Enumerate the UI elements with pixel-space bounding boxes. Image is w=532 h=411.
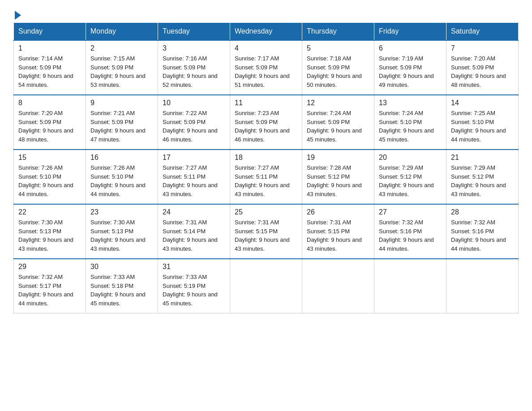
- day-number: 14: [451, 99, 514, 107]
- day-cell-15: 15Sunrise: 7:26 AMSunset: 5:10 PMDayligh…: [14, 150, 86, 204]
- empty-day-cell: [230, 259, 302, 313]
- day-info: Sunrise: 7:20 AMSunset: 5:09 PMDaylight:…: [18, 109, 81, 144]
- day-number: 11: [235, 99, 297, 107]
- day-info: Sunrise: 7:29 AMSunset: 5:12 PMDaylight:…: [379, 163, 442, 198]
- day-info: Sunrise: 7:27 AMSunset: 5:11 PMDaylight:…: [235, 163, 297, 198]
- day-info: Sunrise: 7:33 AMSunset: 5:19 PMDaylight:…: [163, 273, 225, 308]
- day-info: Sunrise: 7:15 AMSunset: 5:09 PMDaylight:…: [90, 54, 153, 89]
- weekday-header-tuesday: Tuesday: [158, 23, 230, 41]
- day-number: 26: [307, 208, 369, 216]
- day-number: 1: [18, 44, 81, 52]
- week-row-3: 15Sunrise: 7:26 AMSunset: 5:10 PMDayligh…: [14, 150, 519, 204]
- logo: [13, 9, 21, 18]
- week-row-5: 29Sunrise: 7:32 AMSunset: 5:17 PMDayligh…: [14, 259, 519, 313]
- day-cell-25: 25Sunrise: 7:31 AMSunset: 5:15 PMDayligh…: [230, 204, 302, 259]
- day-cell-1: 1Sunrise: 7:14 AMSunset: 5:09 PMDaylight…: [14, 40, 86, 95]
- day-number: 28: [451, 208, 514, 216]
- day-cell-8: 8Sunrise: 7:20 AMSunset: 5:09 PMDaylight…: [14, 95, 86, 150]
- day-info: Sunrise: 7:14 AMSunset: 5:09 PMDaylight:…: [18, 54, 81, 89]
- day-number: 20: [379, 154, 442, 162]
- day-cell-14: 14Sunrise: 7:25 AMSunset: 5:10 PMDayligh…: [446, 95, 519, 150]
- day-info: Sunrise: 7:30 AMSunset: 5:13 PMDaylight:…: [90, 218, 153, 253]
- day-info: Sunrise: 7:29 AMSunset: 5:12 PMDaylight:…: [451, 163, 514, 198]
- day-cell-13: 13Sunrise: 7:24 AMSunset: 5:10 PMDayligh…: [374, 95, 446, 150]
- week-row-2: 8Sunrise: 7:20 AMSunset: 5:09 PMDaylight…: [14, 95, 519, 150]
- day-info: Sunrise: 7:20 AMSunset: 5:09 PMDaylight:…: [451, 54, 514, 89]
- day-cell-27: 27Sunrise: 7:32 AMSunset: 5:16 PMDayligh…: [374, 204, 446, 259]
- day-cell-10: 10Sunrise: 7:22 AMSunset: 5:09 PMDayligh…: [158, 95, 230, 150]
- day-cell-6: 6Sunrise: 7:19 AMSunset: 5:09 PMDaylight…: [374, 40, 446, 95]
- weekday-header-thursday: Thursday: [302, 23, 374, 41]
- day-number: 22: [18, 208, 81, 216]
- day-number: 25: [235, 208, 297, 216]
- weekday-header-row: SundayMondayTuesdayWednesdayThursdayFrid…: [14, 23, 519, 41]
- day-info: Sunrise: 7:31 AMSunset: 5:14 PMDaylight:…: [163, 218, 225, 253]
- day-info: Sunrise: 7:23 AMSunset: 5:09 PMDaylight:…: [235, 109, 297, 144]
- day-cell-19: 19Sunrise: 7:28 AMSunset: 5:12 PMDayligh…: [302, 150, 374, 204]
- week-row-1: 1Sunrise: 7:14 AMSunset: 5:09 PMDaylight…: [14, 40, 519, 95]
- day-number: 12: [307, 99, 369, 107]
- day-number: 8: [18, 99, 81, 107]
- day-info: Sunrise: 7:31 AMSunset: 5:15 PMDaylight:…: [307, 218, 369, 253]
- day-info: Sunrise: 7:28 AMSunset: 5:12 PMDaylight:…: [307, 163, 369, 198]
- day-info: Sunrise: 7:26 AMSunset: 5:10 PMDaylight:…: [18, 163, 81, 198]
- day-cell-16: 16Sunrise: 7:26 AMSunset: 5:10 PMDayligh…: [86, 150, 158, 204]
- day-number: 7: [451, 44, 514, 52]
- day-info: Sunrise: 7:21 AMSunset: 5:09 PMDaylight:…: [90, 109, 153, 144]
- day-info: Sunrise: 7:32 AMSunset: 5:16 PMDaylight:…: [379, 218, 442, 253]
- day-info: Sunrise: 7:25 AMSunset: 5:10 PMDaylight:…: [451, 109, 514, 144]
- day-cell-7: 7Sunrise: 7:20 AMSunset: 5:09 PMDaylight…: [446, 40, 519, 95]
- day-info: Sunrise: 7:24 AMSunset: 5:10 PMDaylight:…: [379, 109, 442, 144]
- day-number: 2: [90, 44, 153, 52]
- calendar-table: SundayMondayTuesdayWednesdayThursdayFrid…: [13, 22, 519, 313]
- day-number: 19: [307, 154, 369, 162]
- empty-day-cell: [374, 259, 446, 313]
- empty-day-cell: [446, 259, 519, 313]
- day-cell-22: 22Sunrise: 7:30 AMSunset: 5:13 PMDayligh…: [14, 204, 86, 259]
- day-number: 10: [163, 99, 225, 107]
- day-info: Sunrise: 7:26 AMSunset: 5:10 PMDaylight:…: [90, 163, 153, 198]
- weekday-header-monday: Monday: [86, 23, 158, 41]
- day-number: 6: [379, 44, 442, 52]
- day-cell-23: 23Sunrise: 7:30 AMSunset: 5:13 PMDayligh…: [86, 204, 158, 259]
- day-info: Sunrise: 7:24 AMSunset: 5:09 PMDaylight:…: [307, 109, 369, 144]
- day-cell-9: 9Sunrise: 7:21 AMSunset: 5:09 PMDaylight…: [86, 95, 158, 150]
- day-number: 15: [18, 154, 81, 162]
- day-info: Sunrise: 7:31 AMSunset: 5:15 PMDaylight:…: [235, 218, 297, 253]
- page-header: [13, 9, 519, 18]
- day-number: 21: [451, 154, 514, 162]
- day-cell-30: 30Sunrise: 7:33 AMSunset: 5:18 PMDayligh…: [86, 259, 158, 313]
- day-number: 24: [163, 208, 225, 216]
- day-number: 18: [235, 154, 297, 162]
- day-cell-21: 21Sunrise: 7:29 AMSunset: 5:12 PMDayligh…: [446, 150, 519, 204]
- day-info: Sunrise: 7:32 AMSunset: 5:17 PMDaylight:…: [18, 273, 81, 308]
- day-number: 16: [90, 154, 153, 162]
- day-number: 3: [163, 44, 225, 52]
- weekday-header-saturday: Saturday: [446, 23, 519, 41]
- day-info: Sunrise: 7:32 AMSunset: 5:16 PMDaylight:…: [451, 218, 514, 253]
- day-number: 23: [90, 208, 153, 216]
- day-cell-24: 24Sunrise: 7:31 AMSunset: 5:14 PMDayligh…: [158, 204, 230, 259]
- day-info: Sunrise: 7:22 AMSunset: 5:09 PMDaylight:…: [163, 109, 225, 144]
- day-cell-12: 12Sunrise: 7:24 AMSunset: 5:09 PMDayligh…: [302, 95, 374, 150]
- day-info: Sunrise: 7:33 AMSunset: 5:18 PMDaylight:…: [90, 273, 153, 308]
- day-number: 9: [90, 99, 153, 107]
- day-number: 5: [307, 44, 369, 52]
- week-row-4: 22Sunrise: 7:30 AMSunset: 5:13 PMDayligh…: [14, 204, 519, 259]
- weekday-header-friday: Friday: [374, 23, 446, 41]
- day-number: 27: [379, 208, 442, 216]
- day-info: Sunrise: 7:19 AMSunset: 5:09 PMDaylight:…: [379, 54, 442, 89]
- day-cell-11: 11Sunrise: 7:23 AMSunset: 5:09 PMDayligh…: [230, 95, 302, 150]
- day-cell-2: 2Sunrise: 7:15 AMSunset: 5:09 PMDaylight…: [86, 40, 158, 95]
- day-cell-3: 3Sunrise: 7:16 AMSunset: 5:09 PMDaylight…: [158, 40, 230, 95]
- day-info: Sunrise: 7:17 AMSunset: 5:09 PMDaylight:…: [235, 54, 297, 89]
- day-cell-31: 31Sunrise: 7:33 AMSunset: 5:19 PMDayligh…: [158, 259, 230, 313]
- day-info: Sunrise: 7:30 AMSunset: 5:13 PMDaylight:…: [18, 218, 81, 253]
- day-cell-26: 26Sunrise: 7:31 AMSunset: 5:15 PMDayligh…: [302, 204, 374, 259]
- day-info: Sunrise: 7:16 AMSunset: 5:09 PMDaylight:…: [163, 54, 225, 89]
- logo-arrow-icon: [15, 11, 21, 20]
- day-number: 17: [163, 154, 225, 162]
- day-cell-17: 17Sunrise: 7:27 AMSunset: 5:11 PMDayligh…: [158, 150, 230, 204]
- day-cell-5: 5Sunrise: 7:18 AMSunset: 5:09 PMDaylight…: [302, 40, 374, 95]
- day-number: 30: [90, 263, 153, 271]
